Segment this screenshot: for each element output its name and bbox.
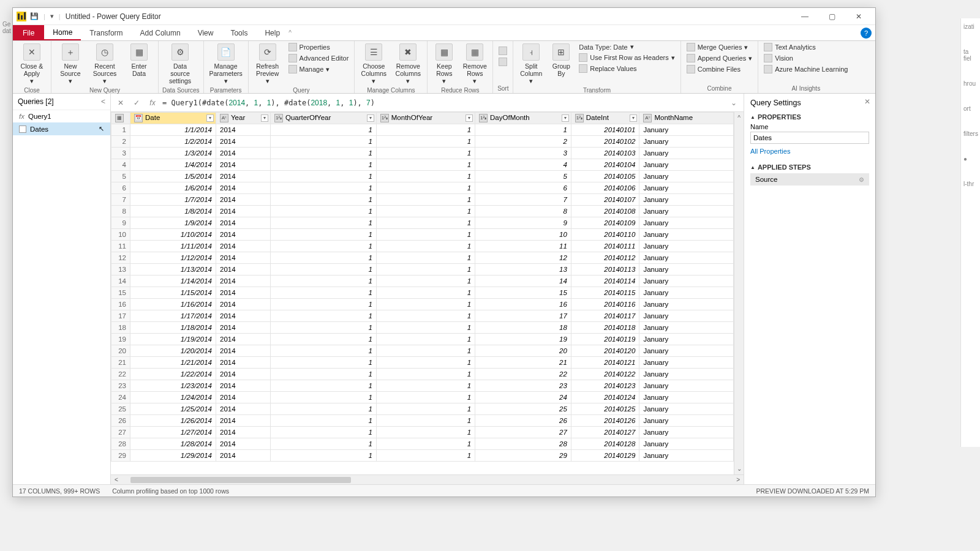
save-icon[interactable]: 💾 xyxy=(30,12,39,20)
tab-transform[interactable]: Transform xyxy=(81,25,131,40)
table-row[interactable]: 231/23/20142014112320140123January xyxy=(111,380,734,392)
cell-monthname[interactable]: January xyxy=(639,438,734,450)
table-row[interactable]: 291/29/20142014112920140129January xyxy=(111,450,734,462)
tab-view[interactable]: View xyxy=(189,25,222,40)
remove-rows-button[interactable]: ▦Remove Rows▾ xyxy=(461,42,489,86)
cell-date[interactable]: 1/25/2014 xyxy=(130,403,216,415)
column-header-month[interactable]: 1²₃MonthOfYear▾ xyxy=(376,113,475,124)
cell-dateint[interactable]: 20140116 xyxy=(571,299,639,310)
cell-dateint[interactable]: 20140115 xyxy=(571,287,639,299)
cell-dateint[interactable]: 20140111 xyxy=(571,241,639,252)
cell-quarter[interactable]: 1 xyxy=(270,392,376,403)
properties-button[interactable]: Properties xyxy=(287,42,351,52)
cell-dateint[interactable]: 20140119 xyxy=(571,334,639,345)
step-source[interactable]: Source ⚙ xyxy=(750,173,869,186)
fx-icon[interactable]: fx xyxy=(146,99,159,107)
data-grid[interactable]: ▦ 📅Date▾ AᶜYear▾ 1²₃QuarterOfYear▾ 1²₃Mo… xyxy=(111,112,734,462)
cell-monthname[interactable]: January xyxy=(639,427,734,438)
cell-day[interactable]: 29 xyxy=(475,450,571,462)
cell-quarter[interactable]: 1 xyxy=(270,310,376,322)
cell-dateint[interactable]: 20140123 xyxy=(571,380,639,392)
cell-quarter[interactable]: 1 xyxy=(270,369,376,380)
minimize-button[interactable]: — xyxy=(792,9,818,24)
table-row[interactable]: 21/2/2014201411220140102January xyxy=(111,136,734,148)
cell-dateint[interactable]: 20140128 xyxy=(571,438,639,450)
filter-dropdown-icon[interactable]: ▾ xyxy=(206,114,214,122)
cell-quarter[interactable]: 1 xyxy=(270,148,376,159)
cell-day[interactable]: 15 xyxy=(475,287,571,299)
cell-month[interactable]: 1 xyxy=(376,380,475,392)
cell-day[interactable]: 13 xyxy=(475,264,571,276)
cell-monthname[interactable]: January xyxy=(639,171,734,182)
table-row[interactable]: 131/13/20142014111320140113January xyxy=(111,264,734,276)
cell-year[interactable]: 2014 xyxy=(216,380,271,392)
cell-year[interactable]: 2014 xyxy=(216,206,271,217)
cell-date[interactable]: 1/10/2014 xyxy=(130,229,216,241)
sort-asc-button[interactable] xyxy=(497,46,509,56)
cell-day[interactable]: 7 xyxy=(475,194,571,206)
cell-year[interactable]: 2014 xyxy=(216,264,271,276)
cell-year[interactable]: 2014 xyxy=(216,136,271,148)
cell-date[interactable]: 1/27/2014 xyxy=(130,427,216,438)
cell-dateint[interactable]: 20140124 xyxy=(571,392,639,403)
cell-monthname[interactable]: January xyxy=(639,148,734,159)
cell-day[interactable]: 17 xyxy=(475,310,571,322)
cell-quarter[interactable]: 1 xyxy=(270,287,376,299)
cell-month[interactable]: 1 xyxy=(376,299,475,310)
cell-quarter[interactable]: 1 xyxy=(270,206,376,217)
help-icon[interactable]: ? xyxy=(861,28,872,39)
table-row[interactable]: 171/17/20142014111720140117January xyxy=(111,310,734,322)
table-row[interactable]: 251/25/20142014112520140125January xyxy=(111,403,734,415)
cell-dateint[interactable]: 20140127 xyxy=(571,427,639,438)
cell-month[interactable]: 1 xyxy=(376,345,475,357)
cell-year[interactable]: 2014 xyxy=(216,287,271,299)
table-row[interactable]: 221/22/20142014112220140122January xyxy=(111,369,734,380)
table-row[interactable]: 181/18/20142014111820140118January xyxy=(111,322,734,334)
table-row[interactable]: 211/21/20142014112120140121January xyxy=(111,357,734,369)
recent-sources-button[interactable]: ◷Recent Sources▾ xyxy=(89,42,120,86)
cell-dateint[interactable]: 20140117 xyxy=(571,310,639,322)
table-row[interactable]: 201/20/20142014112020140120January xyxy=(111,345,734,357)
cell-year[interactable]: 2014 xyxy=(216,322,271,334)
cell-quarter[interactable]: 1 xyxy=(270,229,376,241)
cell-date[interactable]: 1/7/2014 xyxy=(130,194,216,206)
scroll-thumb[interactable] xyxy=(130,477,351,483)
cell-month[interactable]: 1 xyxy=(376,403,475,415)
cell-year[interactable]: 2014 xyxy=(216,334,271,345)
cell-year[interactable]: 2014 xyxy=(216,369,271,380)
table-row[interactable]: 241/24/20142014112420140124January xyxy=(111,392,734,403)
cell-date[interactable]: 1/14/2014 xyxy=(130,276,216,287)
cell-monthname[interactable]: January xyxy=(639,182,734,194)
cell-dateint[interactable]: 20140106 xyxy=(571,182,639,194)
cell-date[interactable]: 1/18/2014 xyxy=(130,322,216,334)
cell-monthname[interactable]: January xyxy=(639,124,734,136)
cell-date[interactable]: 1/9/2014 xyxy=(130,217,216,229)
cell-day[interactable]: 25 xyxy=(475,403,571,415)
choose-columns-button[interactable]: ☰Choose Columns▾ xyxy=(358,42,389,86)
table-row[interactable]: 11/1/2014201411120140101January xyxy=(111,124,734,136)
table-row[interactable]: 281/28/20142014112820140128January xyxy=(111,438,734,450)
vision-button[interactable]: Vision xyxy=(762,53,850,63)
manage-parameters-button[interactable]: 📄Manage Parameters▾ xyxy=(208,42,244,86)
cell-month[interactable]: 1 xyxy=(376,136,475,148)
cell-year[interactable]: 2014 xyxy=(216,217,271,229)
combine-files-button[interactable]: Combine Files xyxy=(685,64,755,74)
cell-date[interactable]: 1/20/2014 xyxy=(130,345,216,357)
keep-rows-button[interactable]: ▦Keep Rows▾ xyxy=(431,42,457,86)
cell-dateint[interactable]: 20140122 xyxy=(571,369,639,380)
cell-year[interactable]: 2014 xyxy=(216,252,271,264)
append-queries-button[interactable]: Append Queries▾ xyxy=(685,53,755,63)
cell-dateint[interactable]: 20140112 xyxy=(571,252,639,264)
cell-quarter[interactable]: 1 xyxy=(270,276,376,287)
cell-date[interactable]: 1/1/2014 xyxy=(130,124,216,136)
cell-monthname[interactable]: January xyxy=(639,369,734,380)
cell-month[interactable]: 1 xyxy=(376,252,475,264)
cell-year[interactable]: 2014 xyxy=(216,299,271,310)
cell-day[interactable]: 6 xyxy=(475,182,571,194)
filter-dropdown-icon[interactable]: ▾ xyxy=(367,114,374,122)
cell-year[interactable]: 2014 xyxy=(216,345,271,357)
cell-quarter[interactable]: 1 xyxy=(270,171,376,182)
cell-year[interactable]: 2014 xyxy=(216,182,271,194)
cell-month[interactable]: 1 xyxy=(376,229,475,241)
data-type-button[interactable]: Data Type: Date▾ xyxy=(577,42,676,51)
